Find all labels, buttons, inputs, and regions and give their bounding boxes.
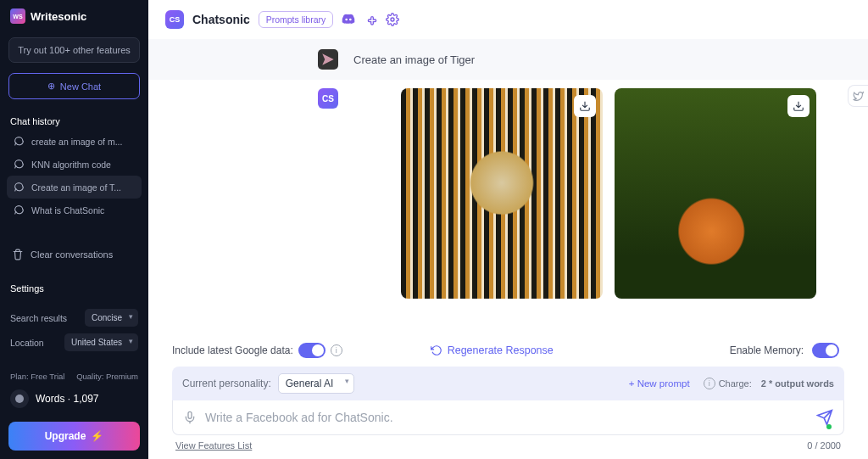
generated-image[interactable] [615,88,816,299]
trash-icon [12,249,24,260]
download-button[interactable] [574,95,596,117]
generated-image[interactable] [401,88,603,299]
history-item-label: Create an image of T... [31,182,121,193]
history-item[interactable]: KNN algorithm code [7,153,142,176]
settings-group: Search results Concise Location United S… [0,297,148,363]
charge-info: i Charge: 2 * output words [704,378,834,389]
send-button[interactable] [816,409,833,426]
new-prompt-button[interactable]: + New prompt [629,378,690,389]
history-item-label: What is ChatSonic [31,205,104,216]
microphone-icon[interactable] [183,411,197,424]
enable-memory-group: Enable Memory: [730,343,844,358]
plus-icon: ⊕ [47,81,55,92]
footer-row: View Features List 0 / 2000 [172,435,844,451]
conversation: Create an image of Tiger CS [148,39,868,338]
location-select[interactable]: United States [64,333,138,351]
chat-history-list: create an image of m... KNN algorithm co… [0,130,148,221]
extension-icon[interactable] [364,13,377,26]
history-item[interactable]: Create an image of T... [7,176,142,199]
plan-label: Plan: Free Trial [10,372,64,381]
history-item[interactable]: What is ChatSonic [7,199,142,221]
words-row: Words · 1,097 [0,384,148,417]
include-google-label: Include latest Google data: [172,344,293,356]
settings-label: Settings [0,277,148,297]
chat-bubble-icon [14,204,25,216]
google-data-toggle[interactable] [298,343,326,358]
user-avatar [318,49,338,70]
enable-memory-label: Enable Memory: [730,344,804,356]
page-title: Chatsonic [192,13,250,26]
status-dot-icon [826,424,832,429]
history-item-label: KNN algorithm code [31,160,111,170]
chatsonic-avatar: CS [165,10,184,29]
upgrade-label: Upgrade [45,430,86,442]
chat-history-label: Chat history [0,109,148,130]
plan-row: Plan: Free Trial Quality: Premium [0,363,148,384]
sidebar: WS Writesonic Try out 100+ other feature… [0,0,148,459]
toggle-row: Include latest Google data: i Regenerate… [172,338,844,367]
gear-icon[interactable] [386,13,399,26]
search-results-label: Search results [10,313,67,323]
view-features-link[interactable]: View Features List [175,440,252,451]
input-panel: Include latest Google data: i Regenerate… [148,338,868,459]
search-results-select[interactable]: Concise [85,309,138,327]
top-bar: CS Chatsonic Prompts library [148,0,868,39]
info-icon[interactable]: i [331,344,342,356]
character-count: 0 / 2000 [807,440,841,451]
main-content: CS Chatsonic Prompts library Create an i… [148,0,868,459]
lightning-icon: ⚡ [91,430,103,442]
personality-label: Current personality: [182,378,271,389]
chat-bubble-icon [14,182,25,193]
location-row: Location United States [10,333,138,351]
history-item-label: create an image of m... [31,137,122,147]
personality-row: Current personality: General AI + New pr… [172,367,844,400]
regenerate-button[interactable]: Regenerate Response [431,344,554,356]
twitter-share-button[interactable] [848,85,868,107]
message-input-row [172,400,844,435]
chat-bubble-icon [14,136,25,147]
generated-images [401,88,816,299]
quality-label: Quality: Premium [76,372,138,381]
chat-bubble-icon [14,159,25,170]
info-icon[interactable]: i [704,378,715,389]
user-message-text: Create an image of Tiger [353,53,475,66]
history-item[interactable]: create an image of m... [7,130,142,153]
sidebar-header: WS Writesonic [0,0,148,32]
clear-conversations-button[interactable]: Clear conversations [0,240,148,269]
new-chat-button[interactable]: ⊕ New Chat [8,73,140,99]
message-input[interactable] [205,411,808,424]
try-features-button[interactable]: Try out 100+ other features [8,37,140,63]
upgrade-button[interactable]: Upgrade ⚡ [8,422,140,451]
download-button[interactable] [787,95,810,117]
svg-point-1 [391,18,394,21]
twitter-icon [853,91,864,102]
refresh-icon [431,344,442,356]
user-avatar-icon [10,389,29,408]
user-message-row: Create an image of Tiger [148,39,868,80]
assistant-message-row: CS [148,80,868,299]
download-icon [579,100,591,112]
memory-toggle[interactable] [812,343,839,358]
location-label: Location [10,338,44,348]
regenerate-label: Regenerate Response [448,344,554,356]
personality-select[interactable]: General AI [278,373,354,394]
words-label: Words · 1,097 [36,393,99,405]
prompts-library-button[interactable]: Prompts library [259,11,334,28]
discord-icon[interactable] [342,13,355,26]
writesonic-logo: WS [10,8,25,24]
svg-point-0 [15,395,24,403]
search-results-row: Search results Concise [10,309,138,327]
new-chat-label: New Chat [60,81,101,92]
download-icon [793,100,804,112]
clear-conversations-label: Clear conversations [31,249,113,260]
assistant-avatar: CS [318,88,338,109]
brand-name: Writesonic [31,10,86,23]
svg-rect-2 [188,411,192,418]
